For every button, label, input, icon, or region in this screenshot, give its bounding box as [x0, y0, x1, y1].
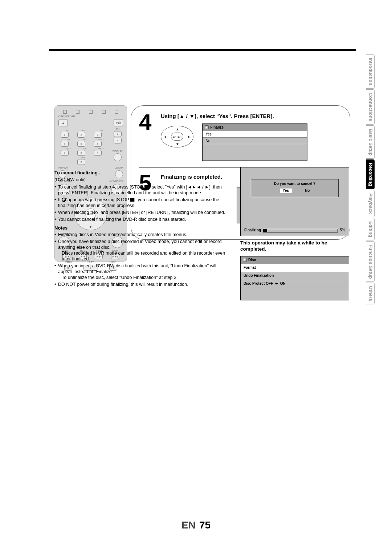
footer-page-number: 75 [199, 519, 211, 531]
cancel-finalizing-pct: 5% [340, 228, 345, 233]
cancel-bullet-2: If appears when pressing [STOP ], you ca… [54, 197, 229, 208]
cancel-heading: To cancel finalizing... [54, 170, 229, 176]
key-8: 8 [77, 150, 85, 156]
key-0: 0 [77, 159, 85, 165]
cancel-finalizing-label: Finalizing [244, 228, 261, 233]
prohibit-icon [62, 198, 66, 202]
disc-menu-osd: Disc Format Undo Finalization Disc Prote… [240, 256, 349, 300]
tab-introduction[interactable]: Introduction [366, 54, 375, 89]
operation-note: This operation may take a while to be co… [240, 240, 349, 252]
display-button [114, 153, 122, 161]
enter-control-illustration: ▲ ▼ ◄ ► ENTER [161, 123, 193, 147]
finalize-no-option: No [203, 137, 307, 144]
tab-basic-setup[interactable]: Basic Setup [366, 125, 375, 159]
cancel-dialog-osd: Do you want to cancel ? Yes No Finalizin… [240, 167, 349, 236]
key-7: 7 [61, 150, 69, 156]
cancel-bullet-1: To cancel finalizing at step 4, press [S… [54, 184, 229, 196]
key-9: 9 [94, 150, 102, 156]
finalize-osd: Finalize Yes No [202, 123, 307, 161]
step-4-number: 4 [139, 113, 156, 161]
right-arrow-icon [274, 281, 279, 285]
power-button: I/⏻ [114, 119, 123, 126]
ch-down-button: ∨ [114, 138, 122, 143]
notes-column: To cancel finalizing... (DVD-RW only) To… [54, 167, 229, 288]
page-footer: EN75 [0, 519, 392, 531]
note-2: Once you have finalized a disc recorded … [54, 239, 229, 262]
display-label: DISPLAY [113, 150, 123, 153]
key-4: 4 [61, 141, 69, 147]
cancel-yes-option: Yes [280, 189, 292, 193]
cancel-sub: (DVD-RW only) [54, 177, 229, 183]
cancel-no-option: No [305, 189, 310, 193]
notes-heading: Notes [54, 225, 229, 231]
disc-icon [205, 125, 209, 129]
cancel-bullet-3: When selecting "No" and press [ENTER] or… [54, 210, 229, 215]
stop-icon [130, 198, 134, 202]
key-6: 6 [94, 141, 102, 147]
cancel-bullet-4: You cannot cancel finalizing the DVD-R d… [54, 216, 229, 222]
disc-icon [243, 258, 247, 262]
down-triangle-icon [189, 113, 195, 119]
ch-up-button: ∧ [114, 131, 122, 137]
cancel-prompt: Do you want to cancel ? [254, 182, 335, 186]
tab-playback[interactable]: Playback [366, 190, 375, 217]
tab-connections[interactable]: Connections [366, 89, 375, 125]
key-3: 3 [94, 132, 102, 138]
section-tabs: Introduction Connections Basic Setup Rec… [366, 54, 375, 304]
progress-bar-5pct [263, 229, 338, 232]
note-3: When you insert a DVD-RW disc finalized … [54, 263, 229, 280]
step-4: 4 Using [ / ], select "Yes". Press [ENTE… [139, 113, 342, 161]
tab-function-setup[interactable]: Function Setup [366, 241, 375, 282]
tab-others[interactable]: Others [366, 283, 375, 304]
key-5: 5 [77, 141, 85, 147]
disc-protect-row: Disc Protect OFF ON [241, 280, 349, 288]
disc-undo-row: Undo Finalization [241, 272, 349, 280]
key-2: 2 [77, 132, 85, 138]
finalize-yes-option: Yes [203, 131, 307, 137]
remote-open-close-label: OPEN/CLOSE [58, 115, 123, 118]
footer-language: EN [181, 519, 196, 531]
key-1: 1 [61, 132, 69, 138]
ch-label: CH [116, 128, 119, 130]
stop-icon [144, 185, 148, 189]
enter-center-label: ENTER [171, 133, 183, 141]
disc-format-row: Format [241, 264, 349, 272]
up-triangle-icon [179, 113, 185, 119]
step-4-title: Using [ / ], select "Yes". Press [ENTER]… [161, 113, 342, 119]
eject-button: ▲ [58, 119, 68, 126]
finalize-osd-title: Finalize [210, 125, 224, 129]
tab-editing[interactable]: Editing [366, 218, 375, 240]
note-1: Finalizing discs in Video mode automatic… [54, 232, 229, 238]
left-right-arrow-icon [187, 185, 196, 190]
disc-osd-title: Disc [248, 258, 256, 263]
note-4: DO NOT power off during finalizing, this… [54, 281, 229, 287]
tab-recording[interactable]: Recording [366, 159, 375, 189]
